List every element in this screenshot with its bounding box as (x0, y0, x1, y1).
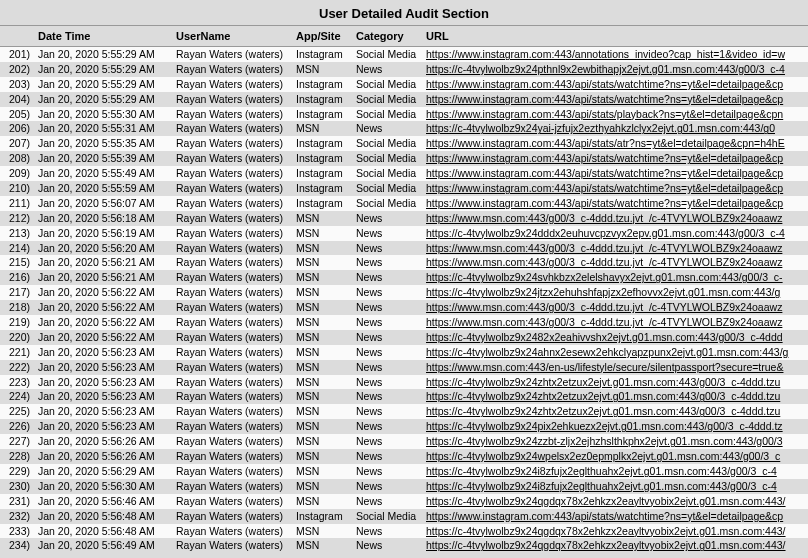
row-datetime: Jan 20, 2020 5:56:19 AM (32, 226, 176, 241)
row-url[interactable]: https://www.instagram.com:443/api/stats/… (426, 136, 808, 151)
row-url[interactable]: https://c-4tvylwolbz9x24qgdqx78x2ehkzx2e… (426, 538, 808, 553)
row-username: Rayan Waters (waters) (176, 375, 296, 390)
table-row[interactable]: 227)Jan 20, 2020 5:56:26 AMRayan Waters … (0, 434, 808, 449)
row-url[interactable]: https://c-4tvylwolbz9x24dddx2euhuvcpzvyx… (426, 226, 808, 241)
row-number: 223) (0, 375, 32, 390)
row-appsite: MSN (296, 300, 356, 315)
row-url[interactable]: https://www.msn.com:443/g00/3_c-4ddd.tzu… (426, 241, 808, 256)
table-row[interactable]: 231)Jan 20, 2020 5:56:46 AMRayan Waters … (0, 494, 808, 509)
table-row[interactable]: 214)Jan 20, 2020 5:56:20 AMRayan Waters … (0, 241, 808, 256)
row-url[interactable]: https://c-4tvylwolbz9x24wpelsx2ez0epmplk… (426, 449, 808, 464)
row-number: 220) (0, 330, 32, 345)
table-row[interactable]: 213)Jan 20, 2020 5:56:19 AMRayan Waters … (0, 226, 808, 241)
row-url[interactable]: https://www.instagram.com:443/api/stats/… (426, 151, 808, 166)
table-row[interactable]: 209)Jan 20, 2020 5:55:49 AMRayan Waters … (0, 166, 808, 181)
row-url[interactable]: https://c-4tvylwolbz9x24yai-jzfujx2ezthy… (426, 121, 808, 136)
table-row[interactable]: 207)Jan 20, 2020 5:55:35 AMRayan Waters … (0, 136, 808, 151)
table-row[interactable]: 223)Jan 20, 2020 5:56:23 AMRayan Waters … (0, 375, 808, 390)
row-url[interactable]: https://c-4tvylwolbz9x24i8zfujx2eglthuah… (426, 464, 808, 479)
row-url[interactable]: https://www.msn.com:443/en-us/lifestyle/… (426, 360, 808, 375)
table-row[interactable]: 204)Jan 20, 2020 5:55:29 AMRayan Waters … (0, 92, 808, 107)
row-url[interactable]: https://c-4tvylwolbz9x24svhkbzx2elelshav… (426, 270, 808, 285)
table-row[interactable]: 226)Jan 20, 2020 5:56:23 AMRayan Waters … (0, 419, 808, 434)
table-row[interactable]: 215)Jan 20, 2020 5:56:21 AMRayan Waters … (0, 255, 808, 270)
row-url[interactable]: https://www.instagram.com:443/api/stats/… (426, 166, 808, 181)
row-url[interactable]: https://c-4tvylwolbz9x24ahnx2esewx2ehkcl… (426, 345, 808, 360)
row-url[interactable]: https://www.instagram.com:443/annotation… (426, 47, 808, 62)
table-row[interactable]: 210)Jan 20, 2020 5:55:59 AMRayan Waters … (0, 181, 808, 196)
row-url[interactable]: https://c-4tvylwolbz9x24qgdqx78x2ehkzx2e… (426, 494, 808, 509)
table-row[interactable]: 201)Jan 20, 2020 5:55:29 AMRayan Waters … (0, 47, 808, 62)
row-url[interactable]: https://www.msn.com:443/g00/3_c-4ddd.tzu… (426, 300, 808, 315)
table-row[interactable]: 203)Jan 20, 2020 5:55:29 AMRayan Waters … (0, 77, 808, 92)
table-row[interactable]: 225)Jan 20, 2020 5:56:23 AMRayan Waters … (0, 404, 808, 419)
row-url[interactable]: https://c-4tvylwolbz9x24jtzx2ehuhshfapjz… (426, 285, 808, 300)
row-appsite: MSN (296, 375, 356, 390)
row-url[interactable]: https://www.instagram.com:443/api/stats/… (426, 107, 808, 122)
row-username: Rayan Waters (waters) (176, 107, 296, 122)
row-username: Rayan Waters (waters) (176, 211, 296, 226)
table-row[interactable]: 232)Jan 20, 2020 5:56:48 AMRayan Waters … (0, 509, 808, 524)
table-row[interactable]: 217)Jan 20, 2020 5:56:22 AMRayan Waters … (0, 285, 808, 300)
table-row[interactable]: 206)Jan 20, 2020 5:55:31 AMRayan Waters … (0, 121, 808, 136)
table-row[interactable]: 216)Jan 20, 2020 5:56:21 AMRayan Waters … (0, 270, 808, 285)
row-url[interactable]: https://c-4tvylwolbz9x24i8zfujx2eglthuah… (426, 479, 808, 494)
table-row[interactable]: 202)Jan 20, 2020 5:55:29 AMRayan Waters … (0, 62, 808, 77)
row-number: 209) (0, 166, 32, 181)
row-url[interactable]: https://www.instagram.com:443/api/stats/… (426, 92, 808, 107)
row-datetime: Jan 20, 2020 5:55:59 AM (32, 181, 176, 196)
row-url[interactable]: https://www.instagram.com:443/api/stats/… (426, 509, 808, 524)
table-row[interactable]: 221)Jan 20, 2020 5:56:23 AMRayan Waters … (0, 345, 808, 360)
row-number: 222) (0, 360, 32, 375)
row-appsite: Instagram (296, 47, 356, 62)
row-url[interactable]: https://www.msn.com:443/g00/3_c-4ddd.tzu… (426, 315, 808, 330)
row-number: 217) (0, 285, 32, 300)
table-row[interactable]: 208)Jan 20, 2020 5:55:39 AMRayan Waters … (0, 151, 808, 166)
row-number: 230) (0, 479, 32, 494)
row-url[interactable]: https://www.instagram.com:443/api/stats/… (426, 196, 808, 211)
row-url[interactable]: https://c-4tvylwolbz9x24pix2ehkuezx2ejvt… (426, 419, 808, 434)
row-url[interactable]: https://www.instagram.com:443/api/stats/… (426, 77, 808, 92)
table-row[interactable]: 224)Jan 20, 2020 5:56:23 AMRayan Waters … (0, 389, 808, 404)
row-number: 232) (0, 509, 32, 524)
row-appsite: MSN (296, 345, 356, 360)
table-row[interactable]: 234)Jan 20, 2020 5:56:49 AMRayan Waters … (0, 538, 808, 553)
row-appsite: MSN (296, 538, 356, 553)
col-header-category: Category (356, 30, 426, 42)
row-url[interactable]: https://www.instagram.com:443/api/stats/… (426, 181, 808, 196)
table-row[interactable]: 229)Jan 20, 2020 5:56:29 AMRayan Waters … (0, 464, 808, 479)
row-username: Rayan Waters (waters) (176, 479, 296, 494)
row-url[interactable]: https://c-4tvylwolbz9x24qgdqx78x2ehkzx2e… (426, 524, 808, 539)
row-url[interactable]: https://c-4tvylwolbz9x24zhtx2etzux2ejvt.… (426, 375, 808, 390)
table-row[interactable]: 211)Jan 20, 2020 5:56:07 AMRayan Waters … (0, 196, 808, 211)
table-row[interactable]: 219)Jan 20, 2020 5:56:22 AMRayan Waters … (0, 315, 808, 330)
audit-container: User Detailed Audit Section Date Time Us… (0, 0, 808, 558)
table-row[interactable]: 222)Jan 20, 2020 5:56:23 AMRayan Waters … (0, 360, 808, 375)
row-number: 226) (0, 419, 32, 434)
row-category: News (356, 479, 426, 494)
row-url[interactable]: https://c-4tvylwolbz9x2482x2eahivvshx2ej… (426, 330, 808, 345)
table-row[interactable]: 205)Jan 20, 2020 5:55:30 AMRayan Waters … (0, 107, 808, 122)
row-category: News (356, 255, 426, 270)
row-category: News (356, 270, 426, 285)
row-appsite: MSN (296, 449, 356, 464)
table-row[interactable]: 230)Jan 20, 2020 5:56:30 AMRayan Waters … (0, 479, 808, 494)
row-url[interactable]: https://c-4tvylwolbz9x24zhtx2etzux2ejvt.… (426, 389, 808, 404)
table-row[interactable]: 212)Jan 20, 2020 5:56:18 AMRayan Waters … (0, 211, 808, 226)
row-url[interactable]: https://www.msn.com:443/g00/3_c-4ddd.tzu… (426, 255, 808, 270)
row-datetime: Jan 20, 2020 5:56:30 AM (32, 479, 176, 494)
row-datetime: Jan 20, 2020 5:56:26 AM (32, 434, 176, 449)
row-appsite: MSN (296, 330, 356, 345)
row-number: 204) (0, 92, 32, 107)
row-url[interactable]: https://c-4tvylwolbz9x24zhtx2etzux2ejvt.… (426, 404, 808, 419)
row-url[interactable]: https://www.msn.com:443/g00/3_c-4ddd.tzu… (426, 211, 808, 226)
row-datetime: Jan 20, 2020 5:56:48 AM (32, 509, 176, 524)
table-row[interactable]: 220)Jan 20, 2020 5:56:22 AMRayan Waters … (0, 330, 808, 345)
table-row[interactable]: 228)Jan 20, 2020 5:56:26 AMRayan Waters … (0, 449, 808, 464)
table-row[interactable]: 233)Jan 20, 2020 5:56:48 AMRayan Waters … (0, 524, 808, 539)
row-url[interactable]: https://c-4tvylwolbz9x24zzbt-zljx2ejhzhs… (426, 434, 808, 449)
table-row[interactable]: 218)Jan 20, 2020 5:56:22 AMRayan Waters … (0, 300, 808, 315)
row-url[interactable]: https://c-4tvylwolbz9x24pthnl9x2ewbithap… (426, 62, 808, 77)
col-header-appsite: App/Site (296, 30, 356, 42)
row-category: Social Media (356, 92, 426, 107)
